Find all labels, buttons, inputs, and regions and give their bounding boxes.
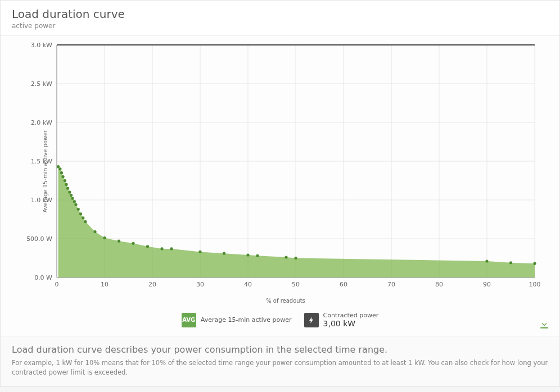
svg-text:10: 10 — [101, 281, 109, 288]
svg-point-49 — [73, 200, 76, 203]
svg-text:60: 60 — [340, 281, 347, 288]
description-title: Load duration curve describes your power… — [12, 344, 548, 355]
download-button[interactable] — [539, 320, 549, 329]
svg-text:90: 90 — [483, 281, 491, 288]
legend-cp-label: Contracted power — [323, 312, 379, 319]
svg-text:70: 70 — [387, 281, 395, 288]
svg-text:80: 80 — [435, 281, 443, 288]
legend-cp-value: 3,00 kW — [323, 319, 379, 328]
svg-point-53 — [82, 216, 84, 219]
svg-point-62 — [198, 250, 201, 253]
svg-point-58 — [132, 242, 134, 245]
description-body: For example, 1 kW for 10% means that for… — [12, 358, 548, 377]
svg-text:500.0 W: 500.0 W — [26, 235, 52, 243]
svg-point-68 — [485, 259, 488, 262]
card-subtitle: active power — [12, 22, 548, 30]
legend-avg-label: Average 15-min active power — [201, 316, 292, 323]
download-icon — [539, 320, 549, 329]
svg-point-57 — [118, 240, 120, 243]
svg-point-69 — [509, 261, 512, 264]
svg-point-42 — [61, 175, 64, 178]
legend: AVG Average 15-min active power Contract… — [1, 306, 559, 336]
chart-card: Load duration curve active power Average… — [0, 0, 560, 387]
svg-point-55 — [93, 230, 96, 233]
svg-text:2.0 kW: 2.0 kW — [31, 119, 52, 126]
svg-point-39 — [57, 165, 60, 168]
svg-point-50 — [74, 203, 77, 206]
svg-text:20: 20 — [148, 281, 156, 288]
legend-item-contracted[interactable]: Contracted power 3,00 kW — [304, 312, 379, 328]
avg-badge-icon: AVG — [182, 313, 196, 327]
svg-point-51 — [77, 208, 80, 211]
svg-point-46 — [68, 191, 71, 194]
svg-point-60 — [160, 247, 163, 250]
svg-rect-71 — [540, 327, 548, 329]
svg-point-64 — [246, 253, 249, 256]
svg-point-63 — [223, 252, 225, 255]
svg-point-40 — [58, 167, 61, 170]
card-header: Load duration curve active power — [1, 1, 559, 36]
svg-point-52 — [79, 212, 82, 215]
description-panel: Load duration curve describes your power… — [1, 336, 559, 386]
svg-point-54 — [84, 220, 87, 223]
y-axis-label: Average 15-min active power — [42, 130, 48, 212]
svg-text:50: 50 — [292, 281, 300, 288]
svg-point-41 — [60, 171, 63, 174]
chart-area: Average 15-min active power 0.0 W500.0 W… — [1, 36, 559, 306]
card-title: Load duration curve — [12, 7, 548, 21]
svg-point-67 — [294, 257, 297, 259]
bolt-icon — [304, 313, 319, 327]
svg-point-65 — [256, 254, 259, 257]
svg-point-59 — [146, 245, 149, 248]
svg-point-43 — [64, 179, 66, 182]
svg-text:40: 40 — [244, 281, 252, 288]
svg-text:30: 30 — [196, 281, 204, 288]
svg-point-56 — [103, 236, 106, 239]
legend-item-avg[interactable]: AVG Average 15-min active power — [182, 313, 292, 327]
svg-text:0: 0 — [55, 281, 59, 288]
svg-text:2.5 kW: 2.5 kW — [31, 80, 52, 88]
svg-text:3.0 kW: 3.0 kW — [31, 42, 52, 49]
load-duration-chart[interactable]: 0.0 W500.0 W1.0 kW1.5 kW2.0 kW2.5 kW3.0 … — [23, 42, 540, 294]
svg-point-44 — [65, 183, 67, 186]
svg-text:1.5 kW: 1.5 kW — [31, 158, 52, 165]
svg-point-61 — [170, 247, 173, 250]
svg-text:0.0 W: 0.0 W — [34, 274, 52, 281]
svg-point-66 — [284, 256, 287, 259]
x-axis-label: % of readouts — [23, 298, 548, 304]
svg-text:1.0 kW: 1.0 kW — [31, 197, 52, 204]
svg-point-45 — [66, 187, 69, 190]
svg-point-47 — [70, 194, 73, 197]
svg-point-48 — [71, 197, 74, 200]
svg-point-70 — [533, 262, 536, 265]
svg-text:100: 100 — [529, 281, 541, 288]
